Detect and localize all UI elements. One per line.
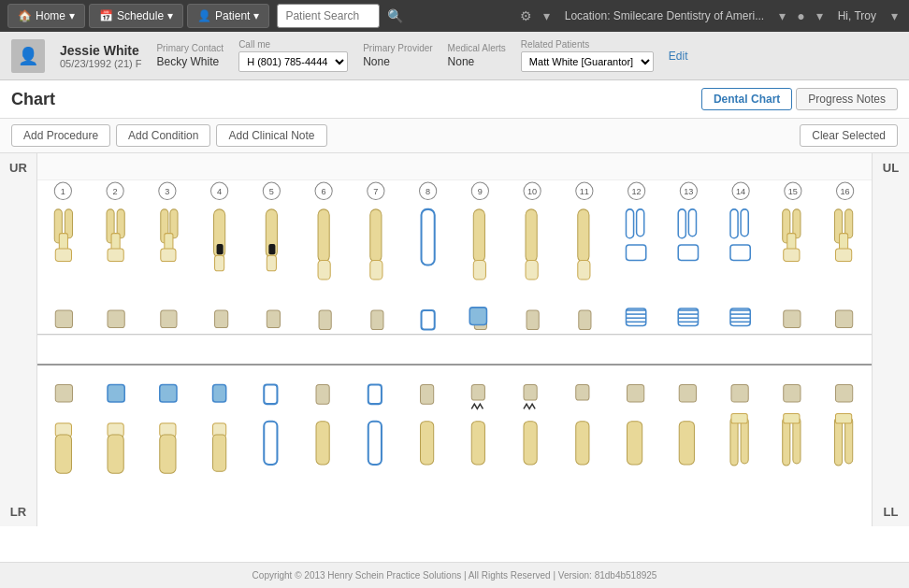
tooth-32[interactable] [55, 384, 72, 473]
lower-teeth-svg[interactable]: 32 31 30 29 28 27 26 [37, 366, 872, 526]
settings-chevron[interactable]: ▾ [540, 8, 554, 23]
svg-rect-124 [368, 384, 382, 404]
svg-rect-61 [422, 209, 435, 265]
tooth-26[interactable] [368, 384, 382, 464]
add-condition-button[interactable]: Add Condition [116, 124, 210, 147]
svg-rect-109 [55, 384, 72, 402]
tooth-27[interactable] [316, 384, 329, 464]
svg-rect-125 [421, 421, 434, 464]
tooth-25[interactable] [421, 384, 434, 464]
svg-rect-46 [161, 310, 177, 328]
help-button[interactable]: ● [793, 8, 808, 23]
chart-main: 1 2 3 4 5 6 7 [37, 153, 872, 526]
svg-rect-140 [731, 384, 748, 402]
tooth-29[interactable] [213, 384, 226, 471]
related-patients-field: Related Patients Matt White [Guarantor] [521, 39, 654, 72]
tooth-14[interactable] [730, 209, 750, 326]
svg-rect-70 [578, 260, 590, 280]
lr-label: LR [7, 501, 30, 523]
tooth-12[interactable] [626, 209, 645, 326]
tooth-2[interactable] [107, 209, 124, 328]
add-procedure-button[interactable]: Add Procedure [11, 124, 110, 147]
location-chevron[interactable]: ▾ [775, 8, 789, 23]
svg-rect-104 [835, 249, 851, 261]
primary-provider-label: Primary Provider [363, 43, 432, 53]
svg-rect-146 [845, 417, 853, 463]
ul-label: UL [879, 157, 902, 179]
tooth-23[interactable] [524, 384, 537, 464]
svg-rect-39 [111, 234, 120, 251]
svg-rect-145 [834, 417, 842, 465]
svg-rect-48 [215, 255, 224, 270]
patient-name: Jessie White [60, 43, 141, 58]
tooth-8[interactable] [422, 209, 435, 330]
tooth-28[interactable] [264, 384, 277, 464]
svg-rect-139 [731, 413, 747, 423]
schedule-button[interactable]: 📅 Schedule ▾ [89, 4, 183, 28]
svg-rect-62 [422, 310, 435, 330]
tooth-15[interactable] [783, 209, 801, 328]
svg-rect-53 [268, 244, 275, 254]
clear-selected-button[interactable]: Clear Selected [800, 124, 898, 147]
svg-text:8: 8 [426, 187, 430, 196]
home-icon: 🏠 [18, 9, 32, 22]
svg-rect-81 [688, 209, 696, 237]
tooth-17[interactable] [834, 384, 852, 465]
svg-rect-131 [576, 421, 589, 464]
tab-dental-chart[interactable]: Dental Chart [701, 88, 792, 110]
avatar-icon: 👤 [18, 46, 38, 66]
svg-rect-67 [526, 260, 538, 280]
svg-rect-88 [730, 209, 738, 238]
tooth-11[interactable] [578, 209, 591, 330]
chart-section: Chart Dental Chart Progress Notes Add Pr… [0, 80, 909, 562]
tooth-21[interactable] [627, 384, 643, 464]
medical-alerts-field: Medical Alerts None [448, 43, 506, 68]
tooth-16[interactable] [834, 209, 852, 328]
svg-rect-105 [835, 310, 852, 328]
related-patients-select[interactable]: Matt White [Guarantor] [521, 51, 654, 72]
search-button[interactable]: 🔍 [383, 8, 407, 23]
svg-text:15: 15 [788, 187, 798, 196]
tooth-20[interactable] [679, 384, 696, 464]
tooth-19[interactable] [730, 384, 748, 465]
tooth-4[interactable] [214, 209, 228, 328]
tooth-22[interactable] [576, 384, 589, 464]
tab-progress-notes[interactable]: Progress Notes [796, 88, 898, 110]
tooth-18[interactable] [783, 384, 801, 465]
svg-rect-133 [627, 421, 642, 464]
add-clinical-note-button[interactable]: Add Clinical Note [216, 124, 326, 147]
user-chevron[interactable]: ▾ [887, 8, 902, 23]
settings-button[interactable]: ⚙ [516, 8, 536, 23]
svg-rect-60 [371, 310, 383, 330]
tooth-30[interactable] [160, 384, 177, 473]
tooth-6[interactable] [318, 209, 331, 330]
schedule-chevron-icon: ▾ [167, 9, 173, 22]
svg-rect-73 [637, 209, 644, 237]
primary-provider-value: None [363, 55, 432, 68]
tooth-7[interactable] [370, 209, 383, 330]
footer-text: Copyright © 2013 Henry Schein Practice S… [252, 570, 657, 581]
call-me-select[interactable]: H (801) 785-4444 [238, 51, 348, 72]
svg-text:14: 14 [736, 187, 745, 196]
tooth-31[interactable] [108, 384, 124, 473]
tooth-3[interactable] [161, 209, 178, 328]
edit-patient-link[interactable]: Edit [669, 50, 688, 63]
patient-search-input[interactable] [277, 4, 379, 28]
svg-rect-117 [213, 435, 226, 471]
help-chevron[interactable]: ▾ [813, 8, 827, 23]
tooth-5[interactable] [266, 209, 280, 328]
side-label-left: UR LR [0, 153, 37, 526]
tooth-10[interactable] [526, 209, 539, 330]
tooth-13[interactable] [678, 209, 698, 326]
svg-rect-138 [741, 417, 748, 463]
upper-teeth-svg[interactable]: 1 2 3 4 5 6 7 [37, 180, 872, 364]
chart-tabs: Dental Chart Progress Notes [701, 88, 898, 110]
tooth-24[interactable] [471, 384, 484, 464]
patient-avatar: 👤 [11, 39, 45, 73]
svg-rect-35 [55, 249, 71, 261]
svg-text:6: 6 [322, 187, 326, 196]
patient-button[interactable]: 👤 Patient ▾ [187, 4, 269, 28]
top-navigation: 🏠 Home ▾ 📅 Schedule ▾ 👤 Patient ▾ 🔍 ⚙ ▾ … [0, 0, 909, 32]
home-button[interactable]: 🏠 Home ▾ [7, 4, 85, 28]
tooth-1[interactable] [54, 209, 72, 328]
